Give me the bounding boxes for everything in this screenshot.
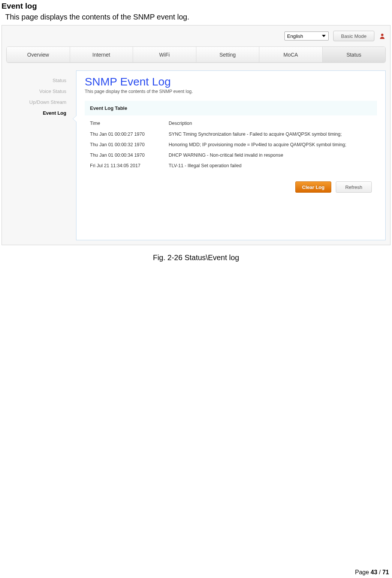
cell-time: Thu Jan 01 00:00:32 1970 [90,142,169,147]
sidebar-item-status[interactable]: Status [2,75,76,86]
footer-prefix: Page [355,569,371,575]
tab-moca[interactable]: MoCA [259,47,323,62]
log-rows: Thu Jan 01 00:00:27 1970 SYNC Timing Syn… [85,129,377,171]
figure-caption: Fig. 2-26 Status\Event log [0,253,392,262]
router-ui-screenshot: English Basic Mode Overview Internet WiF… [1,25,391,245]
action-row: Clear Log Refresh [85,171,377,193]
footer-total: 71 [382,569,389,575]
language-select[interactable]: English [284,31,329,40]
event-log-table-header: Event Log Table [85,101,377,115]
panel-inner: SNMP Event Log This page display the con… [76,71,385,200]
clear-log-button[interactable]: Clear Log [295,181,331,193]
tab-wifi[interactable]: WiFi [133,47,196,62]
table-row: Thu Jan 01 00:00:27 1970 SYNC Timing Syn… [90,129,372,139]
panel-pointer-icon [73,116,76,122]
tab-overview[interactable]: Overview [7,47,70,62]
footer-sep: / [377,569,382,575]
cell-desc: SYNC Timing Synchronization failure - Fa… [169,132,372,137]
user-icon[interactable] [379,33,386,39]
table-row: Thu Jan 01 00:00:32 1970 Honoring MDD; I… [90,139,372,150]
doc-description: This page displays the contents of the S… [0,11,392,25]
tab-internet[interactable]: Internet [70,47,133,62]
cell-desc: TLV-11 - Illegal Set operation failed [169,163,372,168]
cell-desc: DHCP WARNING - Non-critical field invali… [169,153,372,158]
table-head-row: Time Description [85,115,377,129]
panel-subtitle: This page display the contents of the SN… [85,89,377,94]
cell-time: Thu Jan 01 00:00:34 1970 [90,153,169,158]
content-panel: SNMP Event Log This page display the con… [76,70,386,240]
sidebar-item-up-down-stream[interactable]: Up/Down Stream [2,97,76,108]
sidebar-item-voice-status[interactable]: Voice Status [2,86,76,97]
col-header-description: Description [169,121,372,126]
page-footer: Page 43 / 71 [355,569,389,576]
panel-title: SNMP Event Log [85,75,377,88]
table-row: Fri Jul 21 11:34:05 2017 TLV-11 - Illega… [90,160,372,171]
cell-time: Fri Jul 21 11:34:05 2017 [90,163,169,168]
cell-time: Thu Jan 01 00:00:27 1970 [90,132,169,137]
language-select-wrap: English [284,31,329,40]
refresh-button[interactable]: Refresh [336,181,372,193]
tab-setting[interactable]: Setting [196,47,260,62]
table-row: Thu Jan 01 00:00:34 1970 DHCP WARNING - … [90,150,372,160]
basic-mode-button[interactable]: Basic Mode [333,31,374,41]
top-controls: English Basic Mode [284,31,386,41]
doc-heading: Event log [0,0,392,11]
svg-point-0 [381,34,383,36]
sidebar-item-event-log[interactable]: Event Log [2,108,76,118]
cell-desc: Honoring MDD; IP provisioning mode = IPv… [169,142,372,147]
main-nav-tabs: Overview Internet WiFi Setting MoCA Stat… [6,46,386,63]
body-area: Status Voice Status Up/Down Stream Event… [2,70,390,245]
col-header-time: Time [90,121,169,126]
footer-page: 43 [371,569,377,575]
sidebar: Status Voice Status Up/Down Stream Event… [2,70,76,245]
tab-status[interactable]: Status [323,47,386,62]
